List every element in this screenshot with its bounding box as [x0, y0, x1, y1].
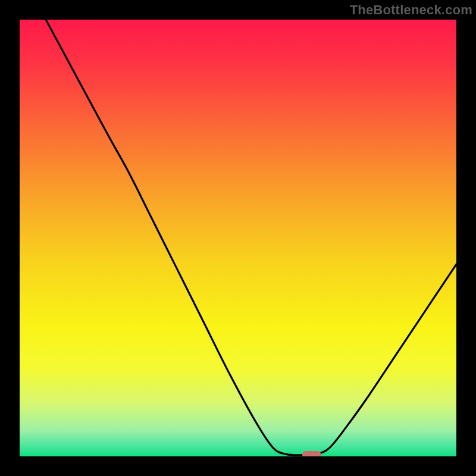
plot-area [20, 20, 456, 456]
optimal-marker [302, 451, 321, 456]
bottleneck-curve [20, 20, 456, 456]
chart-frame: TheBottleneck.com [0, 0, 476, 476]
watermark-text: TheBottleneck.com [350, 2, 472, 18]
